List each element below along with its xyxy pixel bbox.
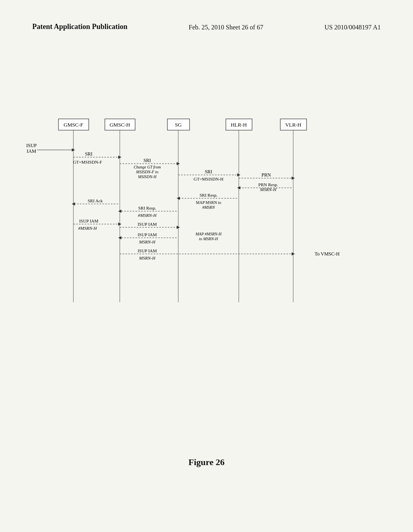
svg-text:GT=MSISDN-F: GT=MSISDN-F [73,160,102,164]
svg-text:MAP #MSRN-H: MAP #MSRN-H [195,232,222,236]
page: Patent Application Publication Feb. 25, … [0,0,413,532]
page-header: Patent Application Publication Feb. 25, … [0,0,413,41]
publication-date-sheet: Feb. 25, 2010 Sheet 26 of 67 [189,22,263,33]
svg-text:SRI: SRI [205,169,213,175]
svg-text:#MSRN-H: #MSRN-H [78,226,97,231]
svg-text:#MSRN-H: #MSRN-H [138,213,157,218]
figure-caption: Figure 26 [0,457,413,468]
svg-text:to MSRN-H: to MSRN-H [199,237,219,241]
svg-text:IAM: IAM [27,148,36,154]
to-vmsch-label: To VMSC-H [315,251,340,257]
svg-text:MSISDN-F to: MSISDN-F to [136,170,158,174]
svg-text:SRI Resp.: SRI Resp. [138,206,156,210]
svg-text:#MSRN: #MSRN [202,205,215,210]
svg-text:PRN Resp.: PRN Resp. [259,182,278,187]
publication-title: Patent Application Publication [32,22,127,31]
svg-text:MAP MSRN to: MAP MSRN to [196,200,221,205]
svg-text:GT=MSISDN-H: GT=MSISDN-H [194,177,223,181]
svg-text:SRI: SRI [144,158,151,163]
publication-number: US 2010/0048197 A1 [324,22,381,33]
svg-text:SRI Ack: SRI Ack [88,198,103,203]
svg-text:ISUP IAM: ISUP IAM [79,218,98,223]
entity-gmsch: GMSC-H [110,122,130,128]
entity-hlrh: HLR-H [231,122,247,128]
svg-text:MSRN-H: MSRN-H [139,239,156,244]
entity-vlrh: VLR-H [285,122,301,128]
diagram-svg: GMSC-F GMSC-H SG HLR-H VLR-H ISUP IAM [24,117,387,310]
svg-text:ISUP IAM: ISUP IAM [138,232,157,237]
svg-text:SRI: SRI [85,151,93,157]
svg-text:PRN: PRN [261,172,271,178]
entity-sg: SG [175,122,182,128]
svg-text:MSISDN-H: MSISDN-H [138,175,157,179]
sequence-diagram: GMSC-F GMSC-H SG HLR-H VLR-H ISUP IAM [24,117,387,310]
svg-text:ISUP IAM: ISUP IAM [138,222,157,227]
entity-gmscf: GMSC-F [64,122,83,128]
isup-iam-label: ISUP [26,143,37,148]
svg-text:Change GT from: Change GT from [133,165,161,169]
svg-text:ISUP IAM: ISUP IAM [138,248,157,253]
svg-text:MSRN-H: MSRN-H [139,256,156,260]
svg-text:SRI Resp.: SRI Resp. [200,193,218,197]
